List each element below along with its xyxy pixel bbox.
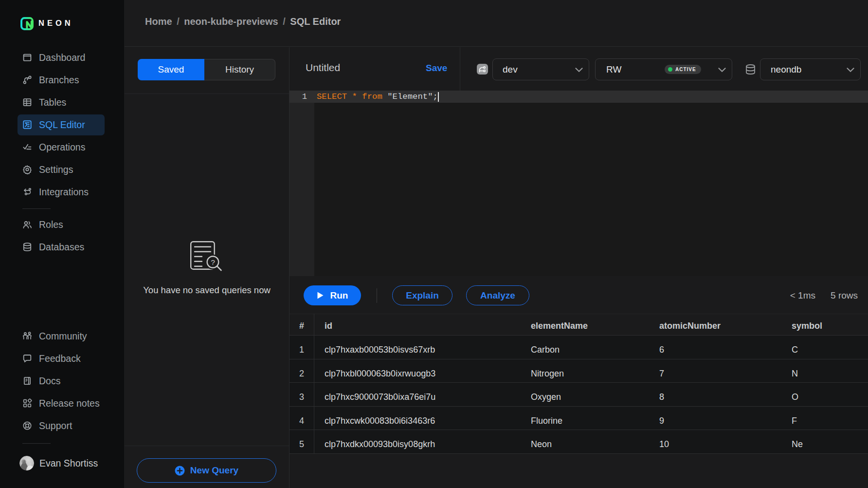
svg-text:?: ? [211, 258, 215, 266]
